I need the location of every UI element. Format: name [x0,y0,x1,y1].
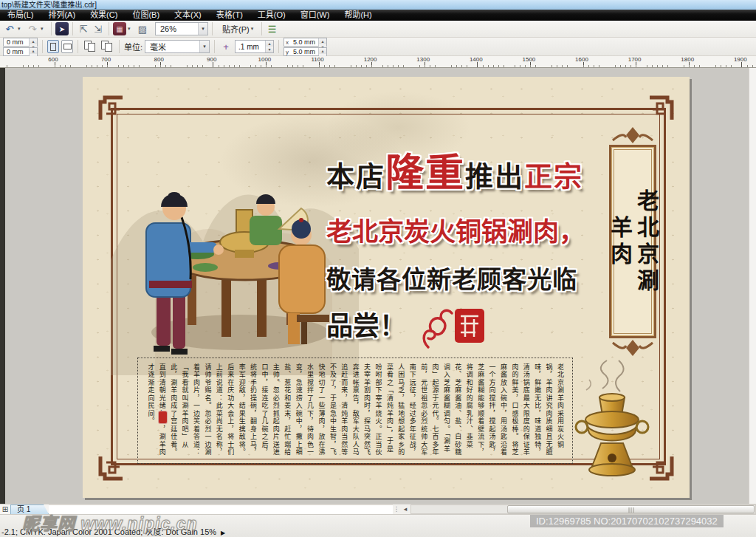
toolbar-separator [51,22,52,35]
undo-button[interactable]: ↶ [3,22,16,35]
duplicate-y-icon: y [284,48,290,55]
toolbar-separator [72,22,73,35]
landscape-button[interactable] [61,40,73,53]
redo-caret-icon[interactable]: ▾ [41,26,47,32]
property-bar: 0 mm ▴▾ 0 mm ▴▾ 单位: 毫米 ▾ + .1 mm ▴▾ x 5.… [0,38,756,56]
nudge-spinner[interactable]: .1 mm ▴▾ [235,40,274,53]
slogan-segment: 正宗 [524,160,583,193]
current-page-icon[interactable] [100,40,114,53]
duplicate-distance-group: x 5.0 mm ▴▾ y 5.0 mm ▴▾ [284,38,327,56]
landscape-icon [63,44,72,49]
drawing-workspace[interactable]: 本店隆重推出正宗 老北京炭火铜锅涮肉， 敬请各位新老顾客光临 品尝！ [0,68,756,504]
slogan-text-block[interactable]: 本店隆重推出正宗 老北京炭火铜锅涮肉， 敬请各位新老顾客光临 品尝！ [326,142,622,353]
object-x-spinner[interactable]: 0 mm ▴▾ [3,38,38,47]
nudge-value: .1 mm [236,41,265,52]
toolbar-separator [261,22,262,35]
undo-caret-icon[interactable]: ▾ [18,26,24,32]
units-combo[interactable]: 毫米 ▾ [145,40,210,53]
menu-item[interactable]: 文本(X) [167,10,209,21]
poster-page[interactable]: 本店隆重推出正宗 老北京炭火铜锅涮肉， 敬请各位新老顾客光临 品尝！ [83,77,690,498]
welcome-screen-icon[interactable]: ▨ [136,22,149,35]
slogan-line-4: 品尝！ [326,304,406,343]
object-position-group: 0 mm ▴▾ 0 mm ▴▾ [3,38,38,56]
status-more-icon[interactable]: ▶ [221,530,225,536]
slogan-segment: 隆重 [385,150,465,195]
redo-button[interactable]: ↷ [26,22,39,35]
options-button[interactable]: ☰ [266,22,279,35]
frame-corner-ornament [648,95,675,121]
toolbox-edge [0,68,5,504]
snap-to-button[interactable]: 贴齐(P) [222,23,250,35]
pick-tool-icon[interactable]: ➤ [55,22,69,35]
pane-splitter-handle[interactable]: ⋮ [393,504,400,514]
site-watermark: 昵享网 www.nipic.cn [22,510,198,535]
steam-wisp [616,360,624,391]
duplicate-x-value: 5.0 mm [290,38,318,46]
story-text: 老北京涮羊肉采用炭火铜锅，羊肉讲究肉质细且无膻味，鲜嫩无比，味道独特，清汤锅底最… [145,363,566,458]
slogan-segment: 推出 [465,160,524,193]
duplicate-x-icon: x [284,38,290,46]
vertical-banner[interactable]: 老北京涮羊肉 [604,126,662,358]
horizontal-scrollbar-track[interactable] [410,504,756,514]
horizontal-ruler[interactable]: 6007008009001000110012001300140015001600… [0,56,756,68]
import-button[interactable]: ⇱ [77,22,90,35]
menu-item[interactable]: 窗口(W) [293,10,337,21]
duplicate-y-value: 5.0 mm [290,48,318,55]
red-seal-stamp[interactable] [416,304,490,353]
menu-bar: 布局(L)排列(A)效果(C)位图(B)文本(X)表格(T)工具(O)窗口(W)… [0,10,756,21]
menu-item[interactable]: 帮助(H) [337,10,379,21]
horizontal-scrollbar-thumb[interactable] [507,505,755,513]
zoom-caret-icon[interactable]: ▾ [198,23,207,35]
ruler-label: 1500 [522,56,535,63]
slogan-line-2: 老北京炭火铜锅涮肉， [326,211,622,248]
export-button[interactable]: ⇲ [92,22,105,35]
duplicate-y-spinner[interactable]: y 5.0 mm ▴▾ [284,47,327,56]
menu-item[interactable]: 效果(C) [83,10,125,21]
zoom-level-combo[interactable]: 26% ▾ [155,22,208,35]
copper-hotpot-illustration[interactable] [564,356,660,483]
menu-item[interactable]: 位图(B) [125,10,167,21]
slogan-line-3: 敬请各位新老顾客光临 [326,260,622,295]
toolbar-separator [42,40,43,53]
spin-up-icon[interactable]: ▴ [266,41,273,47]
ruler-label: 1700 [628,56,642,63]
toolbar-separator [109,22,109,35]
spin-down-icon[interactable]: ▾ [266,47,273,52]
ruler-label: 1000 [258,56,271,63]
duplicate-x-spinner[interactable]: x 5.0 mm ▴▾ [284,38,327,47]
banner-top-ornament [604,126,662,145]
menu-item[interactable]: 工具(O) [250,10,293,21]
object-y-spinner[interactable]: 0 mm ▴▾ [3,47,38,56]
scroll-left-icon[interactable]: ◂ [400,504,410,514]
application-launcher-icon[interactable]: ▦ [113,22,126,35]
units-caret-icon[interactable]: ▾ [199,41,209,52]
story-seal-stamp [159,411,167,423]
window-title-bar[interactable]: top\新建文件夹\隆重推出.cdr] [0,0,756,10]
menu-item[interactable]: 布局(L) [0,10,41,21]
vertical-scrollbar[interactable] [749,68,756,504]
ruler-label: 600 [48,56,58,63]
menu-item[interactable]: 排列(A) [41,10,83,21]
snap-caret-icon[interactable]: ▾ [251,26,258,32]
spin-up-icon[interactable]: ▴ [30,38,37,44]
spin-up-icon[interactable]: ▴ [30,48,37,54]
steam-wisp [601,360,608,389]
portrait-icon [50,43,56,51]
add-page-icon[interactable]: ⊞ [0,504,10,514]
menu-item[interactable]: 表格(T) [209,10,250,21]
slogan-segment: 本店 [326,160,385,193]
spin-up-icon[interactable]: ▴ [319,48,326,54]
launcher-caret-icon[interactable]: ▾ [128,26,134,32]
ruler-label: 1200 [364,56,377,63]
nudge-offset-icon: + [219,40,233,53]
ruler-label: 1300 [416,56,430,63]
toolbar-separator [278,40,279,53]
all-pages-icon[interactable] [83,40,97,53]
story-text-box[interactable]: 老北京涮羊肉采用炭火铜锅，羊肉讲究肉质细且无膻味，鲜嫩无比，味道独特，清汤锅底最… [137,358,573,464]
ruler-label: 800 [154,56,164,63]
portrait-button[interactable] [47,40,59,53]
standard-toolbar: ↶ ▾ ↷ ▾ ➤ ⇱ ⇲ ▦ ▾ ▨ 26% ▾ 贴齐(P) ▾ ☰ [0,21,756,38]
spin-up-icon[interactable]: ▴ [319,38,326,44]
hotpot-diners-painting[interactable] [111,105,359,375]
ruler-label: 1900 [734,56,747,63]
